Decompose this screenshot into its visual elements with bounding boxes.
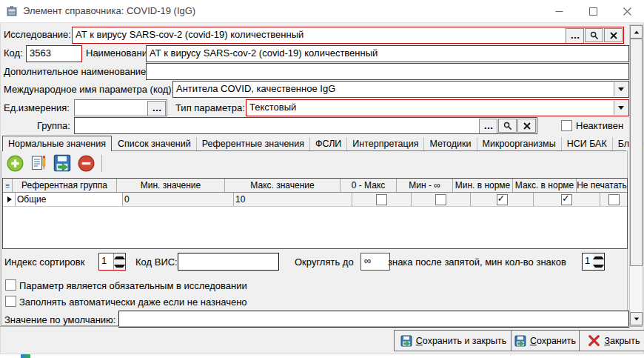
save-label: Сохранить bbox=[530, 336, 576, 346]
additional-name-label: Дополнительное наименование: bbox=[4, 64, 149, 79]
save-row-button[interactable] bbox=[53, 153, 72, 173]
study-search-icon[interactable] bbox=[585, 28, 603, 42]
scroll-down-icon[interactable] bbox=[630, 312, 643, 325]
col-zero-max[interactable]: 0 - Макс bbox=[341, 179, 397, 192]
tab-normal-values[interactable]: Нормальные значения bbox=[2, 136, 112, 151]
tab-value-list[interactable]: Список значений bbox=[113, 137, 197, 150]
tab-methods[interactable]: Методики bbox=[424, 137, 477, 150]
add-row-button[interactable] bbox=[5, 153, 24, 173]
autofill-checkbox[interactable] bbox=[5, 296, 16, 307]
save-floppy-icon bbox=[514, 335, 526, 347]
col-min-inf[interactable]: Мин - ∞ bbox=[397, 179, 453, 192]
international-name-label: Международное имя параметра (код): bbox=[4, 82, 174, 97]
cell-zero-max-checkbox-wrap bbox=[352, 193, 412, 206]
cell-min-inf-checkbox-wrap bbox=[412, 193, 471, 206]
unit-label: Ед.измерения: bbox=[4, 101, 70, 116]
name-field[interactable]: АТ к вирусу SARS-cov-2 (covid-19) количе… bbox=[146, 45, 629, 62]
cell-min-value[interactable]: 0 bbox=[123, 193, 234, 206]
scrollbar-thumb[interactable] bbox=[630, 39, 643, 266]
vertical-scrollbar[interactable] bbox=[629, 24, 643, 326]
group-search-icon[interactable] bbox=[498, 119, 517, 133]
required-in-study-checkbox[interactable] bbox=[5, 279, 16, 291]
min-digits-stepper[interactable]: 1 bbox=[582, 253, 605, 271]
group-label: Группа: bbox=[37, 119, 70, 133]
app-icon bbox=[6, 5, 18, 17]
zero-max-checkbox[interactable] bbox=[376, 194, 387, 205]
cell-max-value[interactable]: 10 bbox=[234, 193, 352, 206]
default-value-field[interactable] bbox=[118, 311, 629, 328]
close-button[interactable]: Закрыть bbox=[579, 330, 644, 351]
min-digits-value: 1 bbox=[583, 253, 593, 270]
save-and-close-button[interactable]: Сохранить и закрыть bbox=[394, 330, 513, 351]
round-field[interactable]: ∞ bbox=[360, 253, 390, 271]
min-digits-down-icon[interactable] bbox=[593, 262, 604, 270]
tab-strip: Нормальные значения Список значений Рефе… bbox=[2, 136, 626, 151]
param-type-dropdown-icon[interactable] bbox=[614, 101, 628, 115]
row-indicator-header-icon: ≡ bbox=[3, 179, 13, 192]
save-button[interactable]: Сохранить bbox=[511, 330, 580, 351]
col-min-value[interactable]: Мин. значение bbox=[117, 179, 225, 192]
code-label: Код: bbox=[4, 46, 23, 61]
tab-fsli[interactable]: ФСЛИ bbox=[310, 137, 347, 150]
edit-row-button[interactable] bbox=[29, 153, 48, 173]
col-min-in-norm[interactable]: Мин. в норме bbox=[453, 179, 513, 192]
round-suffix-label: знака после запятой, мин кол-во знаков bbox=[388, 255, 566, 270]
inactive-checkbox[interactable] bbox=[561, 120, 572, 131]
tab-reference-values[interactable]: Референтные значения bbox=[197, 137, 310, 150]
background-icon-fragment bbox=[21, 354, 30, 358]
col-no-print[interactable]: Не печатать bbox=[577, 179, 627, 192]
max-in-norm-checkbox[interactable] bbox=[561, 194, 572, 205]
tab-nsi-bak[interactable]: НСИ БАК bbox=[562, 137, 613, 150]
unit-field[interactable]: … bbox=[74, 99, 167, 116]
window-title: Элемент справочника: COVID-19 (IgG) bbox=[23, 5, 195, 16]
sort-index-value: 1 bbox=[99, 253, 113, 270]
title-bar: Элемент справочника: COVID-19 (IgG) bbox=[0, 0, 644, 23]
cell-no-print-checkbox-wrap bbox=[600, 193, 627, 206]
sort-index-stepper[interactable]: 1 bbox=[98, 253, 126, 271]
param-type-label: Тип параметра: bbox=[175, 101, 245, 116]
study-more-button[interactable]: … bbox=[566, 28, 584, 44]
tab-microorganisms[interactable]: Микроорганизмы bbox=[477, 137, 562, 150]
unit-more-button[interactable]: … bbox=[147, 101, 166, 116]
save-floppy-icon bbox=[400, 335, 412, 347]
group-field[interactable]: … bbox=[74, 117, 537, 134]
cell-min-in-norm-checkbox-wrap bbox=[471, 193, 534, 206]
group-clear-icon[interactable] bbox=[517, 119, 536, 133]
param-type-combobox[interactable]: Текстовый bbox=[246, 99, 629, 116]
table-row[interactable]: Общие 0 10 bbox=[3, 193, 627, 207]
code-value: 3563 bbox=[30, 47, 51, 59]
group-more-button[interactable]: … bbox=[479, 119, 497, 134]
name-value: АТ к вирусу SARS-cov-2 (covid-19) количе… bbox=[150, 47, 378, 59]
param-type-value: Текстовый bbox=[249, 102, 296, 113]
normal-values-table: ≡ Референтная группа Мин. значение Макс.… bbox=[2, 178, 628, 249]
delete-row-button[interactable] bbox=[76, 153, 95, 173]
close-icon[interactable] bbox=[610, 0, 644, 22]
study-field[interactable]: АТ к вирусу SARS-cov-2 (covid-19) количе… bbox=[72, 27, 624, 44]
tab-interpretation[interactable]: Интерпретация bbox=[347, 137, 424, 150]
cell-reference-group[interactable]: Общие bbox=[16, 193, 123, 206]
international-name-dropdown-icon[interactable] bbox=[614, 82, 628, 96]
col-max-value[interactable]: Макс. значение bbox=[225, 179, 341, 192]
minimize-button[interactable] bbox=[542, 0, 576, 22]
delete-minus-icon bbox=[77, 154, 95, 173]
footer-separator bbox=[0, 326, 643, 327]
international-name-combobox[interactable]: Антитела COVID, качественное IgG bbox=[172, 81, 629, 98]
col-reference-group[interactable]: Референтная группа bbox=[13, 179, 117, 192]
study-clear-icon[interactable] bbox=[604, 28, 623, 42]
no-print-checkbox[interactable] bbox=[608, 194, 620, 205]
edit-document-icon bbox=[30, 154, 48, 173]
name-label: Наименование: bbox=[86, 46, 155, 61]
vis-code-field[interactable] bbox=[178, 253, 279, 271]
additional-name-field[interactable] bbox=[146, 63, 629, 80]
sort-index-up-icon[interactable] bbox=[114, 253, 125, 262]
min-inf-checkbox[interactable] bbox=[435, 194, 446, 205]
scroll-up-icon[interactable] bbox=[630, 25, 643, 39]
col-max-in-norm[interactable]: Макс. в норме bbox=[513, 179, 577, 192]
sort-index-down-icon[interactable] bbox=[114, 262, 125, 270]
min-digits-up-icon[interactable] bbox=[593, 253, 604, 262]
maximize-button[interactable] bbox=[576, 0, 610, 22]
min-in-norm-checkbox[interactable] bbox=[497, 194, 508, 205]
sort-index-label: Индекс сортировк bbox=[4, 255, 84, 270]
code-field[interactable]: 3563 bbox=[26, 45, 82, 62]
default-value-label: Значение по умолчанию: bbox=[4, 313, 115, 328]
